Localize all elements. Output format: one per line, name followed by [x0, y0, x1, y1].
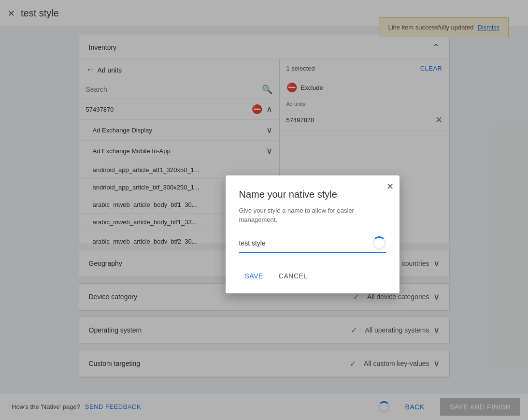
modal-close-icon[interactable]: ✕: [386, 181, 394, 192]
modal-overlay: ✕ Name your native style Give your style…: [0, 0, 528, 420]
name-native-style-modal: ✕ Name your native style Give your style…: [226, 175, 400, 293]
modal-actions: SAVE CANCEL: [239, 268, 386, 284]
modal-input-row: [239, 236, 386, 253]
style-name-input[interactable]: [239, 239, 372, 247]
modal-cancel-button[interactable]: CANCEL: [273, 268, 314, 284]
modal-save-button[interactable]: SAVE: [239, 268, 269, 284]
modal-description: Give your style a name to allow for easi…: [239, 206, 386, 225]
modal-title: Name your native style: [239, 189, 386, 200]
modal-loading-spinner: [372, 236, 386, 250]
